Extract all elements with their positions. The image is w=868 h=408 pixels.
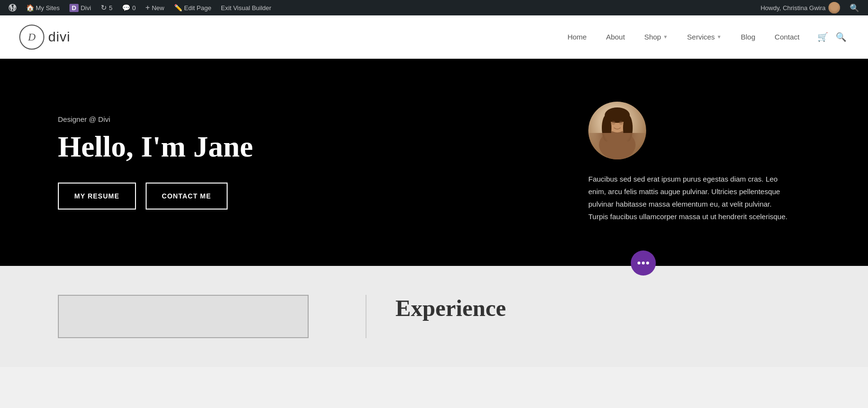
- exit-builder-button[interactable]: Exit Visual Builder: [216, 0, 276, 15]
- shop-dropdown-arrow: ▼: [663, 34, 668, 39]
- contact-button[interactable]: CONTACT ME: [146, 183, 228, 210]
- hero-left: Designer @ Divi Hello, I'm Jane MY RESUM…: [58, 115, 569, 209]
- updates-button[interactable]: ↻ 5: [96, 0, 117, 15]
- my-sites-label: My Sites: [36, 4, 60, 12]
- hero-right: Faucibus sed sed erat ipsum purus egesta…: [569, 102, 810, 224]
- logo-text: divi: [48, 29, 70, 45]
- nav-blog[interactable]: Blog: [732, 29, 764, 45]
- hero-description: Faucibus sed sed erat ipsum purus egesta…: [588, 173, 791, 224]
- updates-icon: ↻: [101, 3, 107, 12]
- nav-about[interactable]: About: [597, 29, 634, 45]
- nav-home[interactable]: Home: [559, 29, 596, 45]
- edit-page-label: Edit Page: [184, 4, 211, 12]
- search-icon[interactable]: 🔍: [833, 29, 849, 45]
- experience-card-placeholder: [58, 295, 309, 338]
- nav-services[interactable]: Services ▼: [678, 29, 730, 45]
- my-sites-button[interactable]: 🏠 My Sites: [21, 0, 65, 15]
- new-label: New: [152, 4, 164, 12]
- new-button[interactable]: + New: [140, 0, 169, 15]
- comments-icon: 💬: [122, 4, 130, 12]
- admin-bar-right: Howdy, Christina Gwira 🔍: [756, 2, 864, 13]
- edit-page-button[interactable]: ✏️ Edit Page: [169, 0, 216, 15]
- nav-contact[interactable]: Contact: [766, 29, 808, 45]
- divi-icon: D: [69, 4, 79, 12]
- site-header: D divi Home About Shop ▼ Services ▼ Blog…: [0, 15, 868, 59]
- resume-button[interactable]: MY RESUME: [58, 183, 136, 210]
- nav-shop[interactable]: Shop ▼: [636, 29, 677, 45]
- comments-button[interactable]: 💬 0: [117, 0, 140, 15]
- wp-logo-button[interactable]: [4, 0, 21, 15]
- hero-subtitle: Designer @ Divi: [58, 115, 569, 123]
- avatar: [828, 2, 840, 13]
- svg-point-1: [599, 131, 636, 159]
- edit-icon: ✏️: [174, 4, 182, 12]
- divi-dot-3: [646, 262, 649, 264]
- experience-title: Experience: [395, 295, 506, 321]
- experience-left-panel: [58, 295, 366, 338]
- logo[interactable]: D divi: [19, 25, 70, 50]
- avatar: [588, 102, 646, 159]
- hero-buttons: MY RESUME CONTACT ME: [58, 183, 569, 210]
- divi-builder-overlay[interactable]: [631, 250, 656, 276]
- hero-title: Hello, I'm Jane: [58, 130, 569, 163]
- experience-right-panel: Experience: [366, 295, 506, 321]
- updates-count: 5: [109, 4, 112, 12]
- comments-count: 0: [132, 4, 136, 12]
- divi-dots: [637, 262, 649, 264]
- divi-dot-1: [637, 262, 640, 264]
- howdy-label: Howdy, Christina Gwira: [756, 2, 845, 13]
- svg-point-4: [602, 115, 611, 142]
- services-dropdown-arrow: ▼: [717, 34, 721, 39]
- sites-icon: 🏠: [26, 4, 34, 12]
- divi-dot-2: [642, 262, 645, 264]
- svg-point-7: [619, 121, 623, 125]
- experience-section: Experience: [0, 266, 868, 367]
- hero-container: Designer @ Divi Hello, I'm Jane MY RESUM…: [0, 59, 868, 266]
- new-icon: +: [145, 3, 149, 12]
- svg-point-5: [623, 115, 633, 142]
- search-icon[interactable]: 🔍: [845, 3, 864, 13]
- hero-section: Designer @ Divi Hello, I'm Jane MY RESUM…: [0, 59, 868, 266]
- svg-point-6: [611, 121, 615, 125]
- main-nav: Home About Shop ▼ Services ▼ Blog Contac…: [559, 29, 849, 45]
- exit-builder-label: Exit Visual Builder: [221, 4, 271, 12]
- logo-circle: D: [19, 25, 44, 50]
- hero-avatar-wrap: [588, 102, 646, 159]
- divi-label: Divi: [81, 4, 91, 12]
- divi-button[interactable]: D Divi: [65, 0, 96, 15]
- nav-icons: 🛒 🔍: [810, 29, 849, 45]
- cart-icon[interactable]: 🛒: [815, 29, 830, 45]
- admin-bar: 🏠 My Sites D Divi ↻ 5 💬 0 + New ✏️ Edit …: [0, 0, 868, 15]
